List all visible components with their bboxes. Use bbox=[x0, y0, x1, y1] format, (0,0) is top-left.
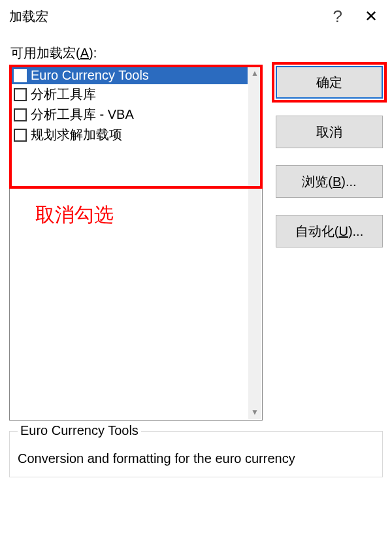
description-body: Conversion and formatting for the euro c… bbox=[18, 447, 374, 468]
list-label-post: ): bbox=[89, 46, 97, 60]
addins-listbox[interactable]: Euro Currency Tools分析工具库分析工具库 - VBA规划求解加… bbox=[9, 65, 263, 421]
list-label-pre: 可用加载宏( bbox=[10, 46, 80, 60]
list-item[interactable]: 分析工具库 - VBA bbox=[11, 104, 248, 125]
checkbox-icon[interactable] bbox=[14, 108, 27, 121]
title-bar: 加载宏 ? ✕ bbox=[0, 0, 392, 33]
browse-label-pre: 浏览( bbox=[302, 173, 333, 191]
close-icon[interactable]: ✕ bbox=[365, 7, 378, 25]
checkbox-icon[interactable] bbox=[14, 129, 27, 142]
scrollbar[interactable]: ▲ ▼ bbox=[248, 66, 261, 419]
automation-accelerator: U bbox=[338, 224, 348, 239]
list-item-label: Euro Currency Tools bbox=[31, 68, 149, 83]
main-row: Euro Currency Tools分析工具库分析工具库 - VBA规划求解加… bbox=[0, 65, 392, 421]
automation-label-pre: 自动化( bbox=[295, 223, 339, 240]
help-icon[interactable]: ? bbox=[333, 7, 342, 27]
browse-button[interactable]: 浏览(B)... bbox=[276, 165, 383, 198]
button-column: 确定 取消 浏览(B)... 自动化(U)... bbox=[276, 65, 383, 421]
ok-button-wrap: 确定 bbox=[276, 66, 383, 99]
list-wrap: Euro Currency Tools分析工具库分析工具库 - VBA规划求解加… bbox=[9, 65, 263, 421]
browse-accelerator: B bbox=[333, 174, 341, 189]
list-label-accelerator: A bbox=[80, 46, 89, 60]
automation-button[interactable]: 自动化(U)... bbox=[276, 215, 383, 247]
cancel-button[interactable]: 取消 bbox=[276, 116, 383, 148]
list-item[interactable]: Euro Currency Tools bbox=[11, 67, 248, 84]
list-label: 可用加载宏(A): bbox=[0, 33, 392, 65]
checkbox-icon[interactable] bbox=[14, 88, 27, 101]
browse-label-post: )... bbox=[341, 174, 356, 189]
list-item[interactable]: 规划求解加载项 bbox=[11, 125, 248, 145]
description-groupbox: Euro Currency Tools Conversion and forma… bbox=[9, 431, 383, 477]
dialog-title: 加载宏 bbox=[9, 8, 48, 25]
list-item-label: 分析工具库 - VBA bbox=[31, 106, 134, 123]
list-item-label: 分析工具库 bbox=[31, 86, 96, 103]
list-item[interactable]: 分析工具库 bbox=[11, 84, 248, 104]
automation-label-post: )... bbox=[348, 224, 363, 239]
ok-button[interactable]: 确定 bbox=[276, 66, 383, 99]
scroll-down-icon[interactable]: ▼ bbox=[251, 407, 259, 417]
title-controls: ? ✕ bbox=[333, 7, 383, 27]
list-item-label: 规划求解加载项 bbox=[31, 126, 122, 144]
description-title: Euro Currency Tools bbox=[18, 423, 141, 438]
scroll-up-icon[interactable]: ▲ bbox=[251, 69, 259, 78]
checkbox-icon[interactable] bbox=[14, 69, 27, 82]
